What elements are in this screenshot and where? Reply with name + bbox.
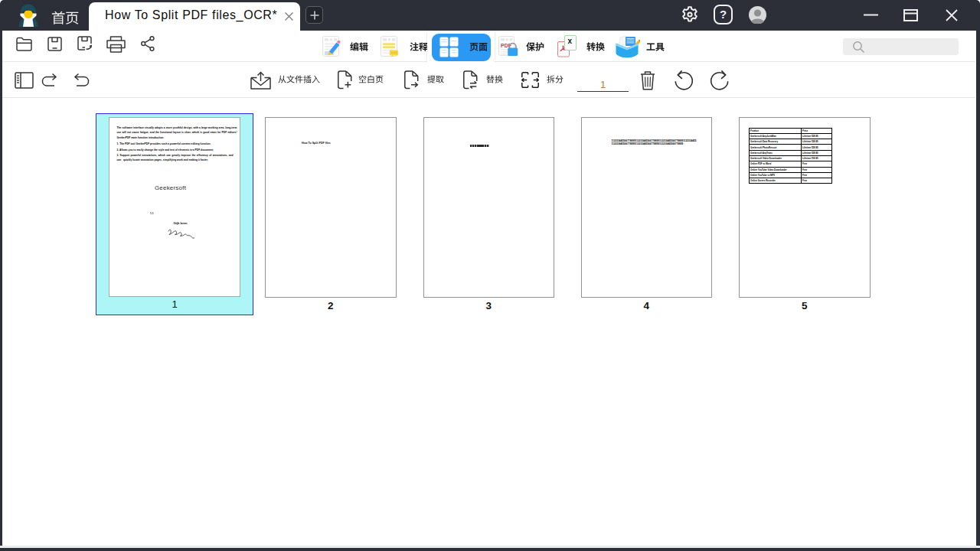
svg-text:x: x [568, 37, 573, 45]
